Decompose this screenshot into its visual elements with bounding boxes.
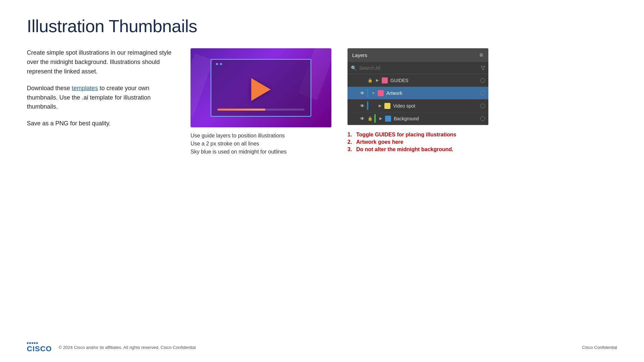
- layer-lock-guides[interactable]: 🔒: [367, 77, 373, 83]
- annotation-text-3: Do not alter the midnight background.: [356, 146, 453, 153]
- footer: CISCO © 2024 Cisco and/or its affiliates…: [27, 342, 617, 353]
- description-para2: Download these templates to create your …: [27, 84, 174, 112]
- cisco-logo: CISCO: [27, 342, 52, 353]
- layer-expand-videospot[interactable]: ▶: [377, 103, 383, 109]
- play-triangle-icon: [251, 78, 271, 101]
- layer-row-artwork[interactable]: 👁 ▼ Artwork: [347, 87, 488, 100]
- annotation-item-3: 3. Do not alter the midnight background.: [347, 146, 495, 153]
- layer-swatch-artwork: [378, 90, 384, 96]
- cisco-dot-3: [32, 342, 33, 344]
- page-title: Illustration Thumbnails: [27, 16, 617, 36]
- play-button-area: [251, 78, 271, 101]
- search-icon: 🔍: [351, 65, 357, 71]
- layer-eye-background[interactable]: 👁: [359, 115, 366, 122]
- thumbnail-preview: [191, 48, 331, 127]
- layer-expand-guides[interactable]: ▶: [374, 77, 380, 83]
- layer-swatch-guides: [382, 77, 388, 83]
- layer-visibility-artwork[interactable]: [480, 91, 485, 96]
- layer-eye-artwork[interactable]: 👁: [359, 90, 366, 97]
- layer-bar-background: [374, 114, 376, 123]
- annotation-num-1: 1.: [347, 132, 354, 138]
- center-caption-list: Use guide layers to position illustratio…: [191, 133, 331, 155]
- layers-panel-header: Layers ≡: [347, 48, 488, 62]
- cisco-logo-text: CISCO: [27, 345, 52, 353]
- layer-visibility-background[interactable]: [480, 116, 485, 121]
- layer-swatch-background: [385, 116, 391, 122]
- description-para1: Create simple spot illustrations in our …: [27, 48, 174, 76]
- layer-expand-background[interactable]: ▶: [378, 116, 384, 122]
- layer-bar-videospot: [367, 102, 368, 110]
- layer-swatch-videospot: [384, 103, 390, 109]
- cisco-dot-2: [29, 342, 31, 344]
- thumb-dot-1: [216, 63, 218, 65]
- footer-confidential: Cisco Confidential: [582, 345, 617, 350]
- layer-row-guides[interactable]: 🔒 ▶ GUIDES: [347, 74, 488, 87]
- footer-copyright: © 2024 Cisco and/or its affiliates. All …: [59, 345, 196, 350]
- layers-panel: Layers ≡ 🔍 ▽ 🔒 ▶ GUIDES: [347, 48, 488, 125]
- cisco-dot-5: [36, 342, 38, 344]
- description-para3: Save as a PNG for best quality.: [27, 119, 174, 128]
- annotation-item-1: 1. Toggle GUIDES for placing illustratio…: [347, 132, 495, 138]
- thumbnail-inner-frame: [211, 59, 311, 117]
- layer-lock-background[interactable]: 🔒: [367, 116, 373, 122]
- layer-name-artwork: Artwork: [386, 90, 480, 96]
- layers-menu-icon[interactable]: ≡: [479, 52, 484, 59]
- layer-visibility-videospot[interactable]: [480, 104, 485, 108]
- progress-bar: [217, 109, 305, 111]
- templates-link[interactable]: templates: [72, 85, 98, 92]
- layers-search-row: 🔍 ▽: [347, 62, 488, 74]
- annotation-num-3: 3.: [347, 146, 354, 153]
- layer-expand-artwork[interactable]: ▼: [370, 90, 376, 96]
- layers-search-input[interactable]: [359, 65, 478, 71]
- layer-bar-artwork: [367, 89, 368, 97]
- annotations-block: 1. Toggle GUIDES for placing illustratio…: [347, 132, 495, 153]
- layer-row-videospot[interactable]: 👁 ▶ Video spot: [347, 100, 488, 112]
- right-column: Layers ≡ 🔍 ▽ 🔒 ▶ GUIDES: [347, 48, 495, 154]
- annotation-num-2: 2.: [347, 139, 354, 145]
- layer-visibility-guides[interactable]: [480, 78, 485, 83]
- footer-left: CISCO © 2024 Cisco and/or its affiliates…: [27, 342, 196, 353]
- thumb-dot-2: [220, 63, 222, 65]
- annotation-item-2: 2. Artwork goes here: [347, 139, 495, 145]
- caption-item-1: Use guide layers to position illustratio…: [191, 133, 331, 139]
- progress-fill: [217, 109, 265, 111]
- layer-name-videospot: Video spot: [393, 103, 480, 109]
- layer-eye-videospot[interactable]: 👁: [359, 103, 366, 109]
- layer-name-background: Background: [394, 116, 480, 121]
- caption-item-2: Use a 2 px stroke on all lines: [191, 141, 331, 147]
- layer-name-guides: GUIDES: [390, 78, 480, 83]
- thumbnail-dots: [216, 63, 222, 65]
- annotation-text-2: Artwork goes here: [356, 139, 403, 145]
- caption-item-3: Sky blue is used on midnight for outline…: [191, 149, 331, 155]
- cisco-dot-1: [27, 342, 29, 344]
- cisco-logo-dots: [27, 342, 52, 344]
- cisco-dot-4: [34, 342, 36, 344]
- layer-row-background[interactable]: 👁 🔒 ▶ Background: [347, 112, 488, 125]
- layers-panel-title: Layers: [352, 52, 367, 58]
- para2-prefix: Download these: [27, 85, 72, 92]
- layer-eye-guides[interactable]: [359, 77, 366, 84]
- filter-icon[interactable]: ▽: [481, 65, 485, 71]
- center-column: Use guide layers to position illustratio…: [191, 48, 331, 157]
- left-column: Create simple spot illustrations in our …: [27, 48, 174, 136]
- annotation-text-1: Toggle GUIDES for placing illustrations: [356, 132, 456, 138]
